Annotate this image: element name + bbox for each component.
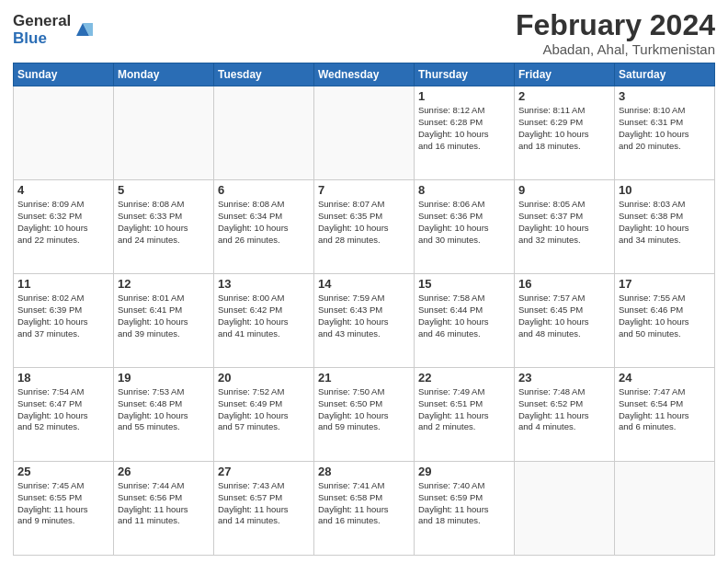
day-cell: 4Sunrise: 8:09 AM Sunset: 6:32 PM Daylig… <box>14 180 114 274</box>
day-number: 29 <box>418 465 510 478</box>
day-cell: 10Sunrise: 8:03 AM Sunset: 6:38 PM Dayli… <box>615 180 715 274</box>
day-cell: 14Sunrise: 7:59 AM Sunset: 6:43 PM Dayli… <box>314 274 415 368</box>
day-info: Sunrise: 8:12 AM Sunset: 6:28 PM Dayligh… <box>418 105 510 152</box>
day-cell: 8Sunrise: 8:06 AM Sunset: 6:36 PM Daylig… <box>415 180 515 274</box>
day-cell: 27Sunrise: 7:43 AM Sunset: 6:57 PM Dayli… <box>214 462 314 556</box>
weekday-wednesday: Wednesday <box>314 63 415 86</box>
calendar-title: February 2024 <box>516 9 715 41</box>
week-row-0: 1Sunrise: 8:12 AM Sunset: 6:28 PM Daylig… <box>14 86 715 180</box>
day-info: Sunrise: 8:00 AM Sunset: 6:42 PM Dayligh… <box>218 293 310 339</box>
day-info: Sunrise: 7:50 AM Sunset: 6:50 PM Dayligh… <box>318 386 410 433</box>
day-cell: 9Sunrise: 8:05 AM Sunset: 6:37 PM Daylig… <box>515 180 615 274</box>
weekday-monday: Monday <box>114 63 214 86</box>
logo-text: General Blue <box>13 13 71 47</box>
day-info: Sunrise: 7:49 AM Sunset: 6:51 PM Dayligh… <box>418 386 510 433</box>
logo: General Blue <box>13 13 93 47</box>
day-cell: 15Sunrise: 7:58 AM Sunset: 6:44 PM Dayli… <box>415 274 515 368</box>
day-info: Sunrise: 7:45 AM Sunset: 6:55 PM Dayligh… <box>17 480 109 527</box>
day-info: Sunrise: 8:02 AM Sunset: 6:39 PM Dayligh… <box>17 293 109 339</box>
day-cell <box>314 86 415 180</box>
week-row-2: 11Sunrise: 8:02 AM Sunset: 6:39 PM Dayli… <box>14 274 715 368</box>
calendar-table: SundayMondayTuesdayWednesdayThursdayFrid… <box>13 63 715 556</box>
day-number: 25 <box>17 465 109 478</box>
day-info: Sunrise: 8:06 AM Sunset: 6:36 PM Dayligh… <box>418 199 510 246</box>
day-cell: 1Sunrise: 8:12 AM Sunset: 6:28 PM Daylig… <box>415 86 515 180</box>
day-number: 17 <box>619 277 711 291</box>
day-number: 4 <box>17 183 109 197</box>
day-number: 14 <box>318 277 410 291</box>
logo-blue: Blue <box>13 30 71 48</box>
day-cell: 24Sunrise: 7:47 AM Sunset: 6:54 PM Dayli… <box>615 368 715 462</box>
day-cell: 26Sunrise: 7:44 AM Sunset: 6:56 PM Dayli… <box>114 462 214 556</box>
calendar-subtitle: Abadan, Ahal, Turkmenistan <box>516 41 715 57</box>
day-info: Sunrise: 8:08 AM Sunset: 6:34 PM Dayligh… <box>218 199 310 246</box>
day-number: 10 <box>619 183 711 197</box>
day-info: Sunrise: 7:54 AM Sunset: 6:47 PM Dayligh… <box>17 386 109 433</box>
day-number: 22 <box>418 371 510 385</box>
day-info: Sunrise: 8:05 AM Sunset: 6:37 PM Dayligh… <box>518 199 610 246</box>
day-cell <box>515 462 615 556</box>
day-number: 8 <box>418 183 510 197</box>
day-info: Sunrise: 7:57 AM Sunset: 6:45 PM Dayligh… <box>518 293 610 339</box>
title-block: February 2024 Abadan, Ahal, Turkmenistan <box>516 9 715 57</box>
day-cell: 7Sunrise: 8:07 AM Sunset: 6:35 PM Daylig… <box>314 180 415 274</box>
header: General Blue February 2024 Abadan, Ahal,… <box>13 9 715 57</box>
day-number: 16 <box>518 277 610 291</box>
day-info: Sunrise: 7:43 AM Sunset: 6:57 PM Dayligh… <box>218 480 310 527</box>
day-number: 18 <box>17 371 109 385</box>
day-cell: 18Sunrise: 7:54 AM Sunset: 6:47 PM Dayli… <box>14 368 114 462</box>
day-number: 21 <box>318 371 410 385</box>
day-info: Sunrise: 8:08 AM Sunset: 6:33 PM Dayligh… <box>118 199 210 246</box>
day-info: Sunrise: 7:47 AM Sunset: 6:54 PM Dayligh… <box>619 386 711 433</box>
day-number: 2 <box>518 89 610 103</box>
day-number: 1 <box>418 89 510 103</box>
weekday-saturday: Saturday <box>615 63 715 86</box>
day-info: Sunrise: 7:40 AM Sunset: 6:59 PM Dayligh… <box>418 480 510 527</box>
day-info: Sunrise: 7:48 AM Sunset: 6:52 PM Dayligh… <box>518 386 610 433</box>
day-number: 13 <box>218 277 310 291</box>
day-cell: 23Sunrise: 7:48 AM Sunset: 6:52 PM Dayli… <box>515 368 615 462</box>
weekday-friday: Friday <box>515 63 615 86</box>
logo-general: General <box>13 13 71 30</box>
day-cell: 2Sunrise: 8:11 AM Sunset: 6:29 PM Daylig… <box>515 86 615 180</box>
day-cell: 25Sunrise: 7:45 AM Sunset: 6:55 PM Dayli… <box>14 462 114 556</box>
day-info: Sunrise: 7:55 AM Sunset: 6:46 PM Dayligh… <box>619 293 711 339</box>
day-cell <box>214 86 314 180</box>
day-cell: 5Sunrise: 8:08 AM Sunset: 6:33 PM Daylig… <box>114 180 214 274</box>
day-info: Sunrise: 8:11 AM Sunset: 6:29 PM Dayligh… <box>518 105 610 152</box>
day-info: Sunrise: 7:59 AM Sunset: 6:43 PM Dayligh… <box>318 293 410 339</box>
day-info: Sunrise: 7:52 AM Sunset: 6:49 PM Dayligh… <box>218 386 310 433</box>
day-info: Sunrise: 8:09 AM Sunset: 6:32 PM Dayligh… <box>17 199 109 246</box>
day-cell: 19Sunrise: 7:53 AM Sunset: 6:48 PM Dayli… <box>114 368 214 462</box>
logo-icon <box>73 19 93 40</box>
day-number: 7 <box>318 183 410 197</box>
day-info: Sunrise: 8:01 AM Sunset: 6:41 PM Dayligh… <box>118 293 210 339</box>
day-cell: 11Sunrise: 8:02 AM Sunset: 6:39 PM Dayli… <box>14 274 114 368</box>
day-cell: 21Sunrise: 7:50 AM Sunset: 6:50 PM Dayli… <box>314 368 415 462</box>
weekday-tuesday: Tuesday <box>214 63 314 86</box>
day-cell: 13Sunrise: 8:00 AM Sunset: 6:42 PM Dayli… <box>214 274 314 368</box>
day-cell: 17Sunrise: 7:55 AM Sunset: 6:46 PM Dayli… <box>615 274 715 368</box>
day-number: 28 <box>318 465 410 478</box>
day-info: Sunrise: 7:58 AM Sunset: 6:44 PM Dayligh… <box>418 293 510 339</box>
day-info: Sunrise: 8:07 AM Sunset: 6:35 PM Dayligh… <box>318 199 410 246</box>
day-number: 23 <box>518 371 610 385</box>
day-number: 3 <box>619 89 711 103</box>
week-row-1: 4Sunrise: 8:09 AM Sunset: 6:32 PM Daylig… <box>14 180 715 274</box>
day-cell: 16Sunrise: 7:57 AM Sunset: 6:45 PM Dayli… <box>515 274 615 368</box>
week-row-4: 25Sunrise: 7:45 AM Sunset: 6:55 PM Dayli… <box>14 462 715 556</box>
day-cell: 20Sunrise: 7:52 AM Sunset: 6:49 PM Dayli… <box>214 368 314 462</box>
day-number: 15 <box>418 277 510 291</box>
weekday-sunday: Sunday <box>14 63 114 86</box>
day-info: Sunrise: 8:10 AM Sunset: 6:31 PM Dayligh… <box>619 105 711 152</box>
day-info: Sunrise: 7:41 AM Sunset: 6:58 PM Dayligh… <box>318 480 410 527</box>
week-row-3: 18Sunrise: 7:54 AM Sunset: 6:47 PM Dayli… <box>14 368 715 462</box>
day-number: 27 <box>218 465 310 478</box>
day-cell: 6Sunrise: 8:08 AM Sunset: 6:34 PM Daylig… <box>214 180 314 274</box>
day-info: Sunrise: 7:53 AM Sunset: 6:48 PM Dayligh… <box>118 386 210 433</box>
page: General Blue February 2024 Abadan, Ahal,… <box>0 0 728 563</box>
day-info: Sunrise: 8:03 AM Sunset: 6:38 PM Dayligh… <box>619 199 711 246</box>
day-number: 9 <box>518 183 610 197</box>
day-cell: 22Sunrise: 7:49 AM Sunset: 6:51 PM Dayli… <box>415 368 515 462</box>
day-cell <box>14 86 114 180</box>
